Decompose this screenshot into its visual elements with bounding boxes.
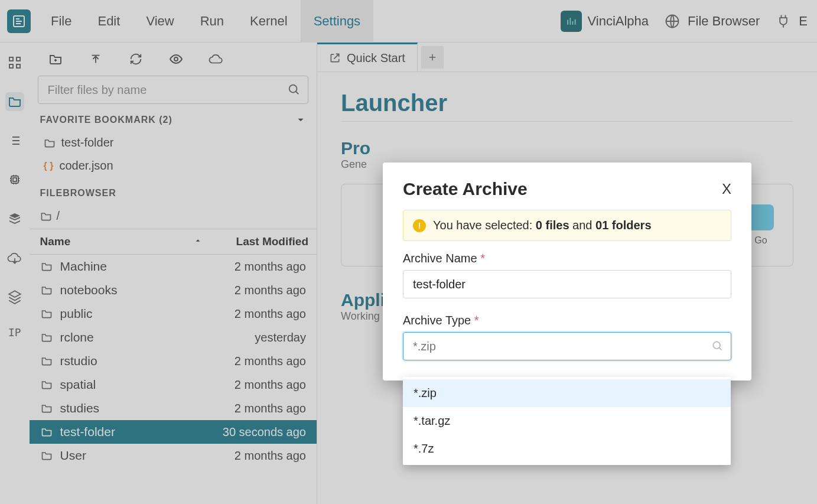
archive-type-option[interactable]: *.zip xyxy=(403,379,731,407)
selection-banner: ! You have selected: 0 files and 01 fold… xyxy=(403,210,731,241)
archive-type-dropdown: *.zip*.tar.gz*.7z xyxy=(403,377,731,465)
close-icon[interactable]: X xyxy=(722,181,731,197)
create-archive-dialog: Create Archive X ! You have selected: 0 … xyxy=(383,162,751,381)
archive-name-label: Archive Name * xyxy=(403,252,731,265)
archive-name-input[interactable] xyxy=(403,270,731,298)
warning-icon: ! xyxy=(413,219,426,232)
dialog-title: Create Archive xyxy=(403,179,528,199)
svg-point-10 xyxy=(713,342,720,349)
archive-type-label: Archive Type * xyxy=(403,314,731,327)
banner-text: You have selected: 0 files and 01 folder… xyxy=(433,219,652,232)
search-icon xyxy=(711,340,723,352)
archive-type-select[interactable] xyxy=(403,332,731,360)
archive-type-option[interactable]: *.7z xyxy=(403,435,731,463)
archive-type-option[interactable]: *.tar.gz xyxy=(403,407,731,435)
